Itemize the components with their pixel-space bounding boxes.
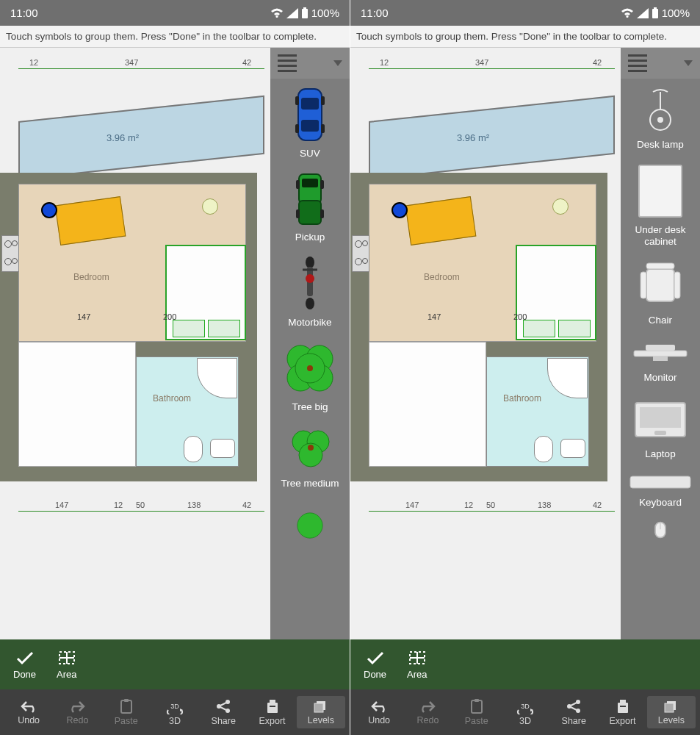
room-balcony[interactable]: [18, 96, 264, 180]
fixture-sink[interactable]: [210, 439, 235, 458]
object-palette: Desk lamp Under desk cabinet Chair Monit…: [621, 48, 700, 639]
paste-button[interactable]: Paste: [452, 698, 501, 726]
dim-label: 200: [163, 312, 176, 321]
svg-rect-8: [321, 124, 325, 133]
svg-rect-10: [299, 201, 321, 224]
svg-point-51: [657, 117, 663, 123]
keyboard-icon: [629, 472, 692, 492]
svg-rect-0: [302, 9, 308, 18]
palette-item-tree-big[interactable]: Tree big: [270, 334, 350, 417]
room-balcony[interactable]: [369, 96, 615, 180]
furniture-lamp[interactable]: [202, 198, 218, 215]
export-icon: [616, 698, 629, 714]
export-button[interactable]: Export: [598, 698, 646, 726]
paste-button[interactable]: Paste: [102, 698, 151, 726]
done-label: Done: [364, 669, 386, 680]
mouse-icon: [652, 520, 668, 539]
palette-item-tree-medium[interactable]: Tree medium: [270, 417, 350, 494]
battery-icon: [301, 7, 308, 19]
undo-button[interactable]: Undo: [4, 699, 53, 725]
svg-rect-58: [634, 351, 687, 356]
furniture-pillow[interactable]: [523, 320, 555, 337]
wifi-icon: [270, 8, 284, 18]
palette-label: Monitor: [643, 372, 676, 384]
furniture-stove[interactable]: [352, 235, 369, 272]
menu-icon[interactable]: [278, 54, 297, 72]
floorplan-canvas[interactable]: 12 347 42 3.96 m² Bedroom Bathroom 147 2…: [0, 48, 270, 639]
palette-item-suv[interactable]: SUV: [270, 79, 350, 164]
levels-button[interactable]: Levels: [647, 696, 696, 728]
dim-label: 147: [427, 312, 441, 321]
furniture-stove[interactable]: [1, 235, 19, 272]
area-button[interactable]: Area: [57, 650, 76, 680]
share-label: Share: [212, 716, 236, 726]
dim-line: [18, 68, 264, 69]
status-indicators: 100%: [270, 7, 339, 19]
dim-label: 12: [114, 501, 123, 509]
palette-item-chair[interactable]: Chair: [621, 253, 700, 331]
palette-item-mouse[interactable]: [621, 513, 700, 544]
fixture-toilet[interactable]: [184, 436, 203, 462]
room-label-bathroom: Bathroom: [503, 393, 541, 404]
status-battery-pct: 100%: [311, 7, 339, 19]
export-button[interactable]: Export: [248, 698, 296, 726]
svg-rect-7: [295, 124, 299, 133]
desk-lamp-icon: [642, 86, 679, 135]
palette-header[interactable]: [270, 48, 350, 79]
room-corridor[interactable]: [18, 342, 136, 467]
3d-button[interactable]: 3D 3D: [151, 698, 199, 726]
menu-icon[interactable]: [628, 54, 647, 72]
palette-item-keyboard[interactable]: Keyboard: [621, 465, 700, 513]
dim-label: 42: [593, 58, 602, 67]
monitor-icon: [631, 338, 690, 368]
done-button[interactable]: Done: [364, 650, 386, 680]
3d-button[interactable]: 3D 3D: [501, 698, 549, 726]
chevron-down-icon[interactable]: [684, 60, 693, 66]
redo-button[interactable]: Redo: [403, 699, 452, 725]
done-label: Done: [13, 669, 36, 680]
dim-label: 347: [475, 58, 488, 67]
selection-dot[interactable]: [41, 202, 57, 218]
palette-item-pickup[interactable]: Pickup: [270, 164, 350, 248]
undo-button[interactable]: Undo: [355, 699, 403, 725]
floorplan-canvas[interactable]: 12 347 42 3.96 m² Bedroom Bathroom 147 2…: [350, 48, 621, 639]
share-button[interactable]: Share: [549, 698, 598, 726]
palette-item-next[interactable]: [270, 494, 350, 554]
svg-line-77: [571, 707, 577, 710]
undo-icon: [369, 699, 389, 714]
bottom-toolbar: Undo Redo Paste 3D 3D Share Export Level…: [0, 689, 350, 735]
svg-point-18: [306, 274, 314, 283]
palette-item-desk-lamp[interactable]: Desk lamp: [621, 79, 700, 155]
furniture-pillow[interactable]: [173, 320, 205, 337]
dim-label: 347: [125, 58, 138, 67]
svg-rect-35: [121, 700, 131, 713]
balcony-area-label: 3.96 m²: [457, 132, 489, 143]
furniture-pillow[interactable]: [558, 320, 591, 337]
redo-button[interactable]: Redo: [53, 699, 101, 725]
area-label: Area: [407, 669, 427, 680]
palette-header[interactable]: [621, 48, 700, 79]
palette-item-under-desk-cabinet[interactable]: Under desk cabinet: [621, 155, 700, 252]
share-icon: [566, 698, 582, 714]
palette-item-monitor[interactable]: Monitor: [621, 331, 700, 388]
fixture-toilet[interactable]: [534, 436, 553, 462]
area-button[interactable]: Area: [407, 650, 427, 680]
furniture-pillow[interactable]: [208, 320, 240, 337]
svg-rect-56: [674, 272, 680, 298]
chevron-down-icon[interactable]: [333, 60, 342, 66]
undo-label: Undo: [368, 715, 390, 725]
status-battery-pct: 100%: [662, 7, 690, 19]
palette-item-motorbike[interactable]: Motorbike: [270, 248, 350, 333]
furniture-lamp[interactable]: [552, 198, 569, 215]
selection-dot[interactable]: [392, 202, 408, 218]
svg-rect-45: [270, 706, 275, 707]
share-button[interactable]: Share: [199, 698, 248, 726]
svg-rect-49: [654, 7, 657, 9]
palette-label: Tree big: [292, 401, 328, 413]
levels-button[interactable]: Levels: [297, 696, 345, 728]
done-button[interactable]: Done: [13, 650, 36, 680]
room-corridor[interactable]: [369, 342, 486, 467]
fixture-sink[interactable]: [560, 439, 585, 458]
palette-label: Desk lamp: [637, 139, 684, 151]
palette-item-laptop[interactable]: Laptop: [621, 388, 700, 465]
